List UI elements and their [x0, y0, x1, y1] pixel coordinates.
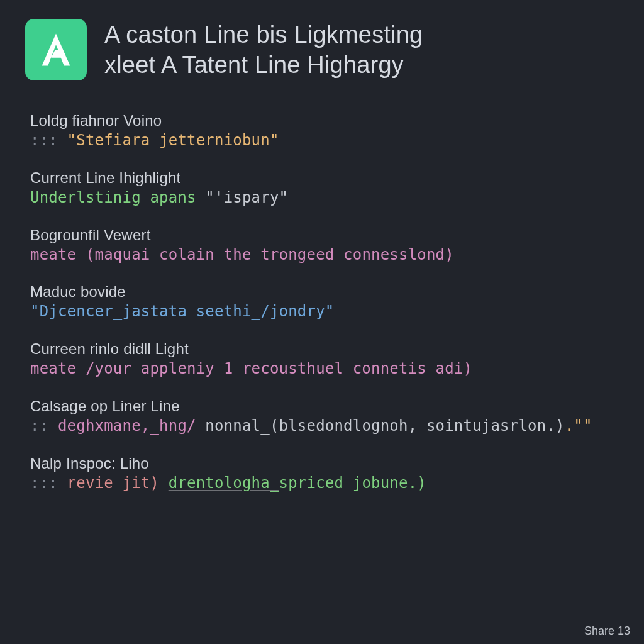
setting-group: Current Line IhighlightUnderlstinig_apan…	[30, 169, 619, 209]
value-token: :::	[30, 474, 67, 492]
setting-group: Maduc bovide"Djcencer_jastata seethi_/jo…	[30, 283, 619, 323]
value-token: revie jit)	[67, 474, 169, 492]
setting-value: ::: revie jit) drentologha_spriced jobun…	[30, 472, 619, 494]
value-token: :::	[30, 131, 67, 149]
value-token: Underlstinig_apans	[30, 189, 205, 206]
value-token: .""	[565, 417, 592, 435]
setting-label: Nalp Inspoc: Liho	[30, 455, 619, 472]
title-line-1: A caston Line bis Ligkmesting	[104, 20, 423, 50]
setting-value: ::: "Stefiara jetterniobun"	[30, 130, 619, 152]
value-token: "Stefiara jetterniobun"	[67, 131, 279, 149]
value-token: meate_/your_appleniy_1_recousthuel conne…	[30, 360, 472, 377]
share-label[interactable]: Share 13	[584, 625, 630, 638]
app-logo-icon	[25, 19, 87, 80]
setting-group: Loldg fiahnor Voino::: "Stefiara jettern…	[30, 112, 619, 152]
value-token: ::	[30, 417, 58, 435]
title-line-2: xleet A Tatent Line Highargy	[104, 50, 423, 80]
value-token: "'ispary"	[205, 189, 288, 206]
logo-letter-a-icon	[36, 30, 76, 70]
value-token: deghxmane,_hng/	[58, 417, 205, 435]
setting-label: Maduc bovide	[30, 283, 619, 301]
settings-list: Loldg fiahnor Voino::: "Stefiara jettern…	[25, 112, 619, 494]
setting-label: Calsage op Liner Line	[30, 397, 619, 415]
setting-value: Underlstinig_apans "'ispary"	[30, 187, 619, 209]
setting-value: meate (maquai colain the trongeed connes…	[30, 244, 619, 266]
header: A caston Line bis Ligkmesting xleet A Ta…	[25, 19, 619, 80]
setting-group: Calsage op Liner Line:: deghxmane,_hng/ …	[30, 397, 619, 437]
value-token: nonnal_(blsedondlognoh, sointujasrlon.)	[205, 417, 564, 435]
value-token: drentologha_	[169, 474, 279, 492]
setting-label: Curreen rinlo didll Light	[30, 340, 619, 358]
value-token: "Djcencer_jastata seethi_/jondry"	[30, 303, 334, 320]
app-root: A caston Line bis Ligkmesting xleet A Ta…	[0, 0, 644, 644]
setting-group: Bogrounfil Vewertmeate (maquai colain th…	[30, 226, 619, 266]
setting-label: Current Line Ihighlight	[30, 169, 619, 187]
value-token: meate	[30, 246, 86, 264]
setting-value: "Djcencer_jastata seethi_/jondry"	[30, 301, 619, 323]
value-token: spriced jobune.)	[279, 474, 426, 492]
setting-value: :: deghxmane,_hng/ nonnal_(blsedondlogno…	[30, 415, 619, 437]
setting-label: Bogrounfil Vewert	[30, 226, 619, 244]
value-token: (maquai colain the trongeed connesslond)	[86, 246, 454, 264]
setting-group: Nalp Inspoc: Liho::: revie jit) drentolo…	[30, 455, 619, 494]
title-block: A caston Line bis Ligkmesting xleet A Ta…	[104, 19, 423, 80]
setting-label: Loldg fiahnor Voino	[30, 112, 619, 130]
setting-group: Curreen rinlo didll Lightmeate_/your_app…	[30, 340, 619, 380]
setting-value: meate_/your_appleniy_1_recousthuel conne…	[30, 358, 619, 380]
